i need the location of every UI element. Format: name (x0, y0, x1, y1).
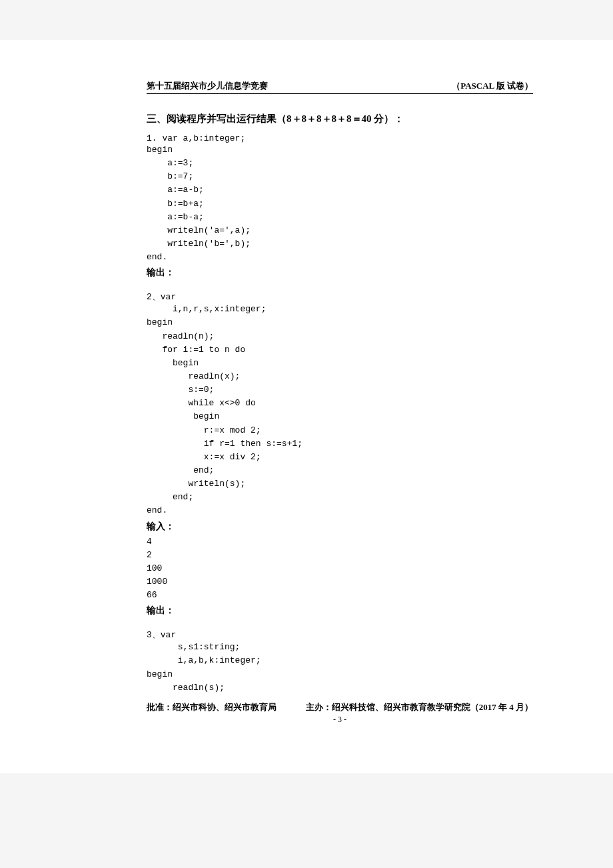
q2-input-label: 输入： (147, 521, 533, 533)
q2-code: i,n,r,s,x:integer; begin readln(n); for … (147, 303, 533, 517)
spacer (147, 281, 533, 291)
q1-label: 1. var a,b:integer; (147, 133, 533, 143)
q2-input-values: 4 2 100 1000 66 (147, 535, 533, 603)
header-right: （PASCAL 版 试卷） (452, 80, 533, 92)
footer-left: 批准：绍兴市科协、绍兴市教育局 (147, 701, 277, 713)
q1-code: begin a:=3; b:=7; a:=a-b; b:=b+a; a:=b-a… (147, 143, 533, 264)
q3-code: s,s1:string; i,a,b,k:integer; begin read… (147, 641, 533, 695)
spacer (147, 619, 533, 629)
q3-label: 3、var (147, 629, 533, 641)
q2-label: 2、var (147, 291, 533, 303)
q1-output-label: 输出： (147, 267, 533, 279)
page-header: 第十五届绍兴市少儿信息学竞赛 （PASCAL 版 试卷） (147, 80, 533, 94)
footer-right: 主办：绍兴科技馆、绍兴市教育教学研究院（2017 年 4 月） (306, 701, 533, 713)
page-number: - 3 - (147, 715, 533, 725)
page-footer: 批准：绍兴市科协、绍兴市教育局 主办：绍兴科技馆、绍兴市教育教学研究院（2017… (147, 701, 533, 713)
section-title: 三、阅读程序并写出运行结果（8＋8＋8＋8＋8＝40 分）： (147, 113, 533, 125)
header-left: 第十五届绍兴市少儿信息学竞赛 (147, 80, 268, 92)
document-page: 第十五届绍兴市少儿信息学竞赛 （PASCAL 版 试卷） 三、阅读程序并写出运行… (0, 40, 613, 773)
q2-output-label: 输出： (147, 605, 533, 617)
